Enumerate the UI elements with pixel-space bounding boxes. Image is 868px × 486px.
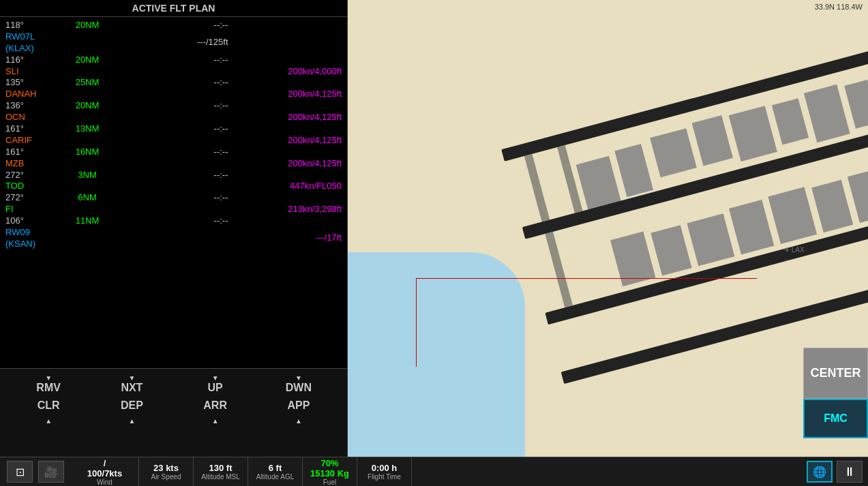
altitude-agl-value: 6 ft bbox=[269, 463, 282, 473]
waypoint-heading: 118° bbox=[5, 20, 60, 31]
airspeed-value: 23 kts bbox=[153, 463, 179, 473]
waypoint-row: 106°11NM--:-- bbox=[5, 215, 342, 227]
pause-button[interactable]: ⏸ bbox=[837, 461, 863, 483]
waypoint-name-row: SLI200kn/4,000ft bbox=[5, 66, 342, 78]
camera-icon-button[interactable]: 🎥 bbox=[38, 461, 64, 483]
altitude-msl-indicator: 130 ft Altitude MSL bbox=[194, 457, 248, 486]
waypoint-heading: 106° bbox=[5, 215, 60, 227]
waypoint-speed-alt: 200kn/4,000ft bbox=[228, 66, 342, 78]
waypoint-time: --:-- bbox=[115, 123, 228, 135]
waypoint-speed-alt: 200kn/4,125ft bbox=[228, 158, 342, 170]
altitude-agl-label: Altitude AGL bbox=[256, 473, 295, 481]
altitude-msl-label: Altitude MSL bbox=[201, 473, 240, 481]
flight-time-indicator: 0:00 h Flight Time bbox=[357, 457, 412, 486]
wind-label: Wind bbox=[97, 479, 113, 486]
up-button[interactable]: UP bbox=[185, 382, 246, 394]
waypoint-distance: 6NM bbox=[60, 192, 115, 204]
waypoint-distance: 16NM bbox=[60, 147, 115, 158]
svg-rect-23 bbox=[524, 154, 550, 222]
waypoint-speed-alt: 200kn/4,125ft bbox=[228, 89, 342, 100]
dep-button[interactable]: DEP bbox=[101, 399, 162, 412]
waypoint-distance: 20NM bbox=[60, 20, 115, 31]
waypoint-heading: 136° bbox=[5, 100, 60, 112]
nxt-arrow: ▼ bbox=[101, 374, 162, 382]
waypoint-time: --:-- bbox=[115, 147, 228, 158]
waypoint-distance: 13NM bbox=[60, 123, 115, 135]
airspeed-indicator: 23 kts Air Speed bbox=[139, 457, 194, 486]
waypoint-name-row: RW09 (KSAN)---/17ft bbox=[5, 227, 342, 250]
dwn-button[interactable]: DWN bbox=[268, 382, 329, 394]
rmv-button[interactable]: RMV bbox=[18, 382, 79, 394]
wind-indicator: / 100/7kts Wind bbox=[71, 457, 139, 486]
waypoint-name-row: CARIF200kn/4,125ft bbox=[5, 135, 342, 147]
flight-time-value: 0:00 h bbox=[372, 463, 398, 473]
app-up-arrow: ▲ bbox=[268, 417, 329, 425]
waypoint-distance: 20NM bbox=[60, 100, 115, 112]
waypoint-heading: 161° bbox=[5, 123, 60, 135]
center-button[interactable]: CENTER bbox=[803, 348, 868, 399]
left-icons: ⊡ 🎥 bbox=[0, 461, 71, 483]
svg-rect-3 bbox=[692, 115, 733, 166]
waypoint-name[interactable]: DANAH bbox=[5, 89, 60, 100]
waypoint-distance: 3NM bbox=[60, 170, 115, 181]
fmc-label: FMC bbox=[824, 412, 848, 425]
arr-button[interactable]: ARR bbox=[185, 399, 246, 412]
svg-rect-24 bbox=[557, 145, 582, 213]
waypoint-name[interactable]: MZB bbox=[5, 158, 60, 170]
wind-value: 100/7kts bbox=[87, 468, 122, 479]
globe-button[interactable]: 🌐 bbox=[807, 461, 833, 483]
status-bar: ⊡ 🎥 / 100/7kts Wind 23 kts Air Speed 130… bbox=[0, 457, 868, 486]
clr-up-arrow: ▲ bbox=[18, 417, 79, 425]
flight-plan-panel: ACTIVE FLT PLAN 118°20NM--:--RW07L (KLAX… bbox=[0, 0, 348, 368]
waypoint-speed-alt: ---/17ft bbox=[228, 232, 342, 244]
waypoint-row: 116°20NM--:-- bbox=[5, 55, 342, 66]
waypoint-heading: 116° bbox=[5, 55, 60, 66]
waypoint-speed-alt: 213kn/3,298ft bbox=[228, 204, 342, 215]
bottom-arrow-row: ▲ ▲ ▲ ▲ bbox=[0, 417, 347, 425]
up-arrow: ▼ bbox=[185, 374, 246, 382]
map-area[interactable]: 33.9N 118.4W bbox=[348, 0, 868, 457]
dwn-arrow: ▼ bbox=[268, 374, 329, 382]
waypoint-heading: 272° bbox=[5, 170, 60, 181]
app-button[interactable]: APP bbox=[268, 399, 329, 412]
waypoint-speed-alt: 200kn/4,125ft bbox=[228, 135, 342, 147]
waypoint-name[interactable]: FI bbox=[5, 204, 60, 215]
fuel-label: Fuel bbox=[323, 479, 336, 486]
fmc-button[interactable]: FMC bbox=[803, 399, 868, 438]
waypoint-name-row: DANAH200kn/4,125ft bbox=[5, 89, 342, 100]
waypoint-heading: 272° bbox=[5, 192, 60, 204]
waypoint-time: --:-- bbox=[115, 20, 228, 31]
waypoint-list: 118°20NM--:--RW07L (KLAX)---/125ft116°20… bbox=[0, 17, 347, 253]
svg-rect-6 bbox=[804, 85, 850, 142]
waypoint-row: 272°6NM--:-- bbox=[5, 192, 342, 204]
waypoint-name[interactable]: SLI bbox=[5, 66, 60, 78]
waypoint-name[interactable]: OCN bbox=[5, 112, 60, 123]
svg-rect-27 bbox=[545, 232, 573, 307]
clr-button[interactable]: CLR bbox=[18, 399, 79, 412]
svg-text:........: ........ bbox=[784, 256, 802, 262]
waypoint-time2: ---/125ft bbox=[115, 37, 228, 48]
airspeed-label: Air Speed bbox=[151, 473, 181, 481]
waypoint-row: 161°16NM--:-- bbox=[5, 147, 342, 158]
waypoint-heading: 161° bbox=[5, 147, 60, 158]
waypoint-name[interactable]: CARIF bbox=[5, 135, 60, 147]
center-label: CENTER bbox=[810, 366, 860, 380]
coord-display: 33.9N 118.4W bbox=[815, 3, 863, 11]
waypoint-name-row: TOD447kn/FL050 bbox=[5, 181, 342, 192]
waypoint-name[interactable]: TOD bbox=[5, 181, 60, 192]
svg-rect-17 bbox=[848, 167, 868, 223]
bottom-buttons-panel: ▼ ▼ ▼ ▼ RMV NXT UP DWN CLR DEP ARR APP ▲… bbox=[0, 368, 348, 457]
waypoint-row: 136°20NM--:-- bbox=[5, 100, 342, 112]
svg-rect-1 bbox=[614, 144, 653, 197]
nxt-button[interactable]: NXT bbox=[101, 382, 162, 394]
svg-text:✈ LAX: ✈ LAX bbox=[784, 246, 805, 254]
waypoint-time: --:-- bbox=[115, 77, 228, 89]
svg-rect-12 bbox=[650, 225, 691, 275]
waypoint-name[interactable]: RW09 (KSAN) bbox=[5, 227, 60, 250]
svg-rect-5 bbox=[772, 98, 809, 145]
waypoint-time: --:-- bbox=[115, 215, 228, 227]
red-vertical-line bbox=[416, 278, 417, 367]
display-icon-button[interactable]: ⊡ bbox=[7, 461, 33, 483]
waypoint-time: --:-- bbox=[115, 55, 228, 66]
waypoint-name[interactable]: RW07L (KLAX) bbox=[5, 31, 60, 55]
